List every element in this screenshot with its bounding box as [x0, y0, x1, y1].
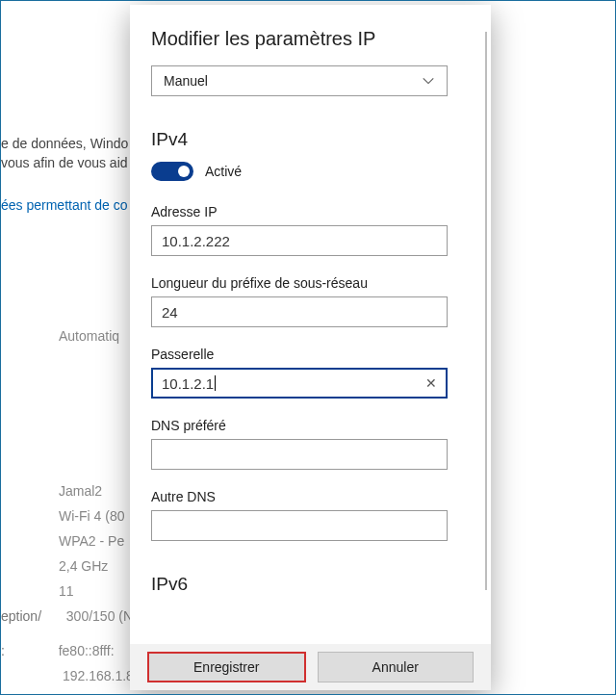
dns-preferred-input[interactable]: [151, 439, 448, 470]
chevron-down-icon: [422, 74, 435, 88]
ip-address-value: 10.1.2.222: [162, 233, 230, 249]
bg-ipv4a: 192.168.1.8: [63, 663, 134, 688]
cancel-button[interactable]: Annuler: [318, 652, 475, 682]
subnet-prefix-value: 24: [162, 304, 178, 321]
clear-input-icon[interactable]: ✕: [425, 375, 437, 391]
bg-band: 2,4 GHz: [59, 553, 108, 579]
ip-address-label: Adresse IP: [151, 204, 470, 219]
ipv4-toggle[interactable]: [151, 162, 193, 181]
bg-ipv4b: 192.168.1.1: [59, 688, 130, 695]
bg-rx-label: eption/: [1, 608, 41, 624]
ip-settings-modal: Modifier les paramètres IP Manuel IPv4 A…: [130, 5, 491, 690]
ipv4-heading: IPv4: [151, 129, 470, 150]
modal-scrollbar[interactable]: [485, 32, 487, 590]
cancel-button-label: Annuler: [372, 659, 419, 675]
bg-addr-label: :: [1, 643, 5, 658]
bg-channel: 11: [59, 579, 74, 604]
bg-rx: 300/150 (N: [66, 604, 133, 629]
dns-alt-input[interactable]: [151, 510, 448, 541]
bg-ipv6: fe80::8fff:: [59, 638, 115, 663]
text-caret-icon: [215, 375, 216, 391]
subnet-prefix-label: Longueur du préfixe de sous-réseau: [151, 275, 470, 291]
save-button[interactable]: Enregistrer: [147, 652, 306, 682]
gateway-value: 10.1.2.1: [162, 375, 214, 392]
dns-alt-label: Autre DNS: [151, 489, 470, 504]
ipv4-toggle-label: Activé: [205, 164, 242, 179]
save-button-label: Enregistrer: [193, 659, 259, 675]
ip-mode-value: Manuel: [164, 73, 208, 89]
subnet-prefix-input[interactable]: 24: [151, 296, 448, 327]
bg-ssid: Jamal2: [59, 478, 102, 503]
ipv6-heading: IPv6: [151, 574, 470, 595]
ip-address-input[interactable]: 10.1.2.222: [151, 225, 448, 256]
gateway-input[interactable]: 10.1.2.1 ✕: [151, 368, 448, 399]
toggle-knob-icon: [178, 166, 190, 177]
dns-preferred-label: DNS préféré: [151, 418, 470, 433]
bg-security: WPA2 - Pe: [59, 528, 124, 553]
modal-title: Modifier les paramètres IP: [151, 28, 470, 50]
bg-proto: Wi-Fi 4 (80: [59, 503, 124, 528]
ip-mode-select[interactable]: Manuel: [151, 65, 448, 96]
gateway-label: Passerelle: [151, 347, 470, 362]
modal-footer: Enregistrer Annuler: [130, 644, 491, 690]
